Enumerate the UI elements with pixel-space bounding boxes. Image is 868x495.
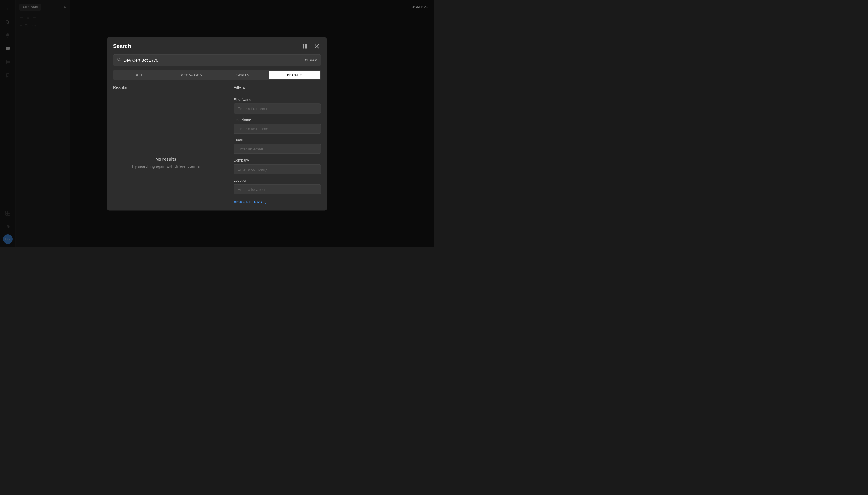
no-results-sub: Try searching again with different terms… xyxy=(131,164,201,169)
tab-all[interactable]: ALL xyxy=(114,70,165,79)
filter-group-lastname: Last Name xyxy=(233,118,321,134)
filter-label-company: Company xyxy=(233,158,321,162)
filters-title: Filters xyxy=(233,85,321,93)
search-input[interactable] xyxy=(124,57,305,63)
filter-label-location: Location xyxy=(233,178,321,182)
clear-button[interactable]: CLEAR xyxy=(305,58,317,62)
more-filters-button[interactable]: MORE FILTERS ⌄ xyxy=(233,200,321,204)
modal-header: Search xyxy=(107,37,327,54)
filter-input-location[interactable] xyxy=(233,184,321,194)
results-title: Results xyxy=(113,85,219,93)
filter-group-email: Email xyxy=(233,138,321,154)
filter-group-firstname: First Name xyxy=(233,97,321,113)
svg-line-22 xyxy=(120,60,121,62)
tab-people[interactable]: PEOPLE xyxy=(269,70,320,79)
results-panel: Results No results Try searching again w… xyxy=(113,85,219,204)
filter-group-location: Location xyxy=(233,178,321,194)
close-button[interactable] xyxy=(313,42,321,50)
modal-body: Results No results Try searching again w… xyxy=(107,80,327,210)
filter-label-email: Email xyxy=(233,138,321,142)
svg-rect-17 xyxy=(302,44,305,48)
svg-point-21 xyxy=(118,58,120,61)
more-filters-label: MORE FILTERS xyxy=(233,200,262,204)
layout-toggle-button[interactable] xyxy=(300,42,309,50)
filter-input-company[interactable] xyxy=(233,164,321,174)
no-results: No results Try searching again with diff… xyxy=(113,97,219,204)
filter-group-company: Company xyxy=(233,158,321,174)
search-modal: Search CLEAR xyxy=(107,37,327,210)
modal-header-actions xyxy=(300,42,321,50)
no-results-title: No results xyxy=(156,157,176,161)
search-bar-icon xyxy=(117,57,121,63)
tab-messages[interactable]: MESSAGES xyxy=(166,70,217,79)
svg-rect-18 xyxy=(305,44,307,48)
panel-divider xyxy=(226,85,226,204)
chevron-down-icon: ⌄ xyxy=(264,200,267,204)
dismiss-button[interactable]: DISMISS xyxy=(410,5,428,9)
filter-input-lastname[interactable] xyxy=(233,124,321,134)
filter-input-email[interactable] xyxy=(233,144,321,154)
tab-chats[interactable]: CHATS xyxy=(217,70,268,79)
filter-label-firstname: First Name xyxy=(233,97,321,102)
modal-title: Search xyxy=(113,43,131,49)
filters-panel: Filters First Name Last Name Email Compa… xyxy=(233,85,321,204)
search-tabs: ALL MESSAGES CHATS PEOPLE xyxy=(113,70,321,80)
filter-input-firstname[interactable] xyxy=(233,103,321,113)
filter-label-lastname: Last Name xyxy=(233,118,321,122)
search-bar: CLEAR xyxy=(113,54,321,66)
